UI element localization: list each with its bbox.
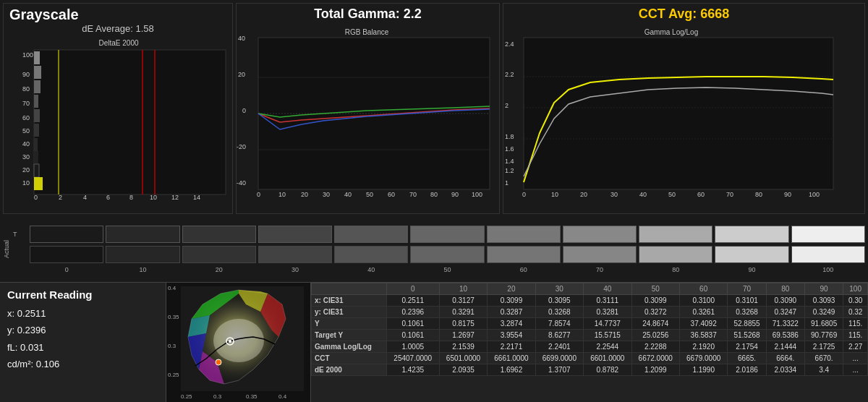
svg-text:100: 100: [809, 191, 820, 198]
svg-text:0.3: 0.3: [213, 393, 222, 400]
svg-rect-27: [34, 124, 39, 137]
svg-text:40: 40: [238, 35, 245, 42]
gamma-chart-svg: RGB Balance 40 20 0 -20 -40 0 10 20 30 4…: [237, 25, 497, 204]
cct-title: CCT Avg: 6668: [506, 7, 861, 22]
svg-text:8: 8: [129, 194, 133, 201]
svg-text:0: 0: [34, 194, 38, 201]
svg-point-86: [213, 319, 264, 362]
cie-diagram-panel: 0.25 0.3 0.35 0.4 0.4 0.35 0.3 0.25: [166, 283, 311, 402]
grayscale-chart-svg: DeltaE 2000 100 90 80 70 60 50 40 30 20 …: [7, 37, 231, 207]
svg-text:12: 12: [171, 194, 179, 201]
col-header-80: 80: [766, 283, 804, 295]
grayscale-chart-label: DeltaE 2000: [98, 39, 138, 47]
svg-rect-30: [34, 164, 39, 177]
bottom-section: Current Reading x: 0.2511 y: 0.2396 fL: …: [0, 282, 868, 402]
svg-text:1.4: 1.4: [505, 158, 514, 165]
svg-text:60: 60: [697, 191, 705, 198]
svg-text:0.25: 0.25: [168, 372, 179, 378]
svg-rect-22: [34, 51, 40, 64]
svg-text:RGB Balance: RGB Balance: [345, 28, 389, 36]
svg-rect-54: [524, 38, 833, 189]
cdm2-value: cd/m²: 0.106: [7, 356, 158, 372]
svg-rect-29: [34, 151, 38, 164]
svg-text:50: 50: [366, 191, 373, 198]
svg-text:2.4: 2.4: [505, 40, 514, 48]
cie-diagram-svg: 0.25 0.3 0.35 0.4 0.4 0.35 0.3 0.25: [166, 283, 311, 402]
svg-text:90: 90: [22, 71, 30, 78]
svg-text:70: 70: [22, 100, 30, 107]
svg-rect-23: [34, 66, 41, 79]
grayscale-panel: Grayscale dE Average: 1.58 DeltaE 2000 1…: [3, 3, 233, 214]
col-header-40: 40: [584, 283, 631, 295]
svg-text:60: 60: [22, 114, 30, 121]
svg-rect-28: [34, 138, 38, 151]
swatch-labels-row: 0 10 20 30 40 50 60 70 80 90 100: [13, 266, 865, 273]
target-swatches-row: T: [13, 226, 865, 243]
table-row-cct: CCT 25407.0000 6501.0000 6661.0000 6699.…: [312, 353, 868, 364]
svg-text:80: 80: [22, 85, 30, 93]
svg-rect-25: [34, 95, 38, 108]
svg-text:20: 20: [580, 191, 587, 198]
svg-text:40: 40: [344, 191, 352, 198]
reading-values: x: 0.2511 y: 0.2396 fL: 0.031 cd/m²: 0.1…: [7, 305, 158, 373]
table-row-de2000: dE 2000 1.4235 2.0935 1.6962 1.3707 0.87…: [312, 364, 868, 376]
svg-text:0: 0: [257, 191, 260, 198]
svg-text:40: 40: [22, 140, 30, 147]
svg-text:30: 30: [22, 153, 30, 161]
x-value: x: 0.2511: [7, 305, 158, 322]
col-header-20: 20: [488, 283, 535, 295]
svg-point-89: [216, 359, 221, 365]
svg-text:2: 2: [59, 194, 62, 201]
col-header-0: 0: [386, 283, 439, 295]
svg-text:Gamma Log/Log: Gamma Log/Log: [644, 28, 699, 36]
svg-text:30: 30: [610, 191, 618, 198]
current-reading-label: Current Reading: [7, 288, 158, 301]
svg-text:10: 10: [278, 191, 286, 198]
svg-text:100: 100: [472, 191, 482, 198]
svg-rect-26: [34, 109, 40, 122]
svg-rect-31: [34, 177, 43, 190]
svg-text:0.4: 0.4: [168, 285, 176, 291]
svg-text:50: 50: [22, 127, 30, 134]
svg-text:70: 70: [726, 191, 733, 198]
svg-text:60: 60: [388, 191, 395, 198]
table-row-Y: Y 0.1061 0.8175 3.2874 7.8574 14.7737 24…: [312, 318, 868, 330]
col-header-30: 30: [535, 283, 583, 295]
col-header-90: 90: [804, 283, 843, 295]
svg-text:20: 20: [301, 191, 308, 198]
swatches-section: Actual T: [0, 217, 868, 282]
svg-rect-24: [34, 80, 41, 93]
table-header-row: 0 10 20 30 40 50 60 70 80 90 100: [312, 283, 868, 295]
svg-rect-10: [34, 50, 226, 194]
svg-text:1.8: 1.8: [505, 133, 514, 140]
measurement-table: 0 10 20 30 40 50 60 70 80 90 100: [311, 283, 868, 376]
svg-text:20: 20: [22, 166, 30, 174]
table-row-xcie: x: CIE31 0.2511 0.3127 0.3099 0.3095 0.3…: [312, 295, 868, 307]
current-reading-panel: Current Reading x: 0.2511 y: 0.2396 fL: …: [0, 283, 166, 402]
svg-text:6: 6: [106, 194, 110, 201]
svg-text:90: 90: [451, 191, 459, 198]
svg-text:40: 40: [639, 191, 647, 198]
col-header-70: 70: [728, 283, 766, 295]
svg-text:14: 14: [193, 194, 200, 201]
svg-text:1.6: 1.6: [505, 145, 514, 153]
actual-swatches-row: [13, 246, 865, 263]
grayscale-title: Grayscale: [9, 7, 226, 23]
svg-text:30: 30: [323, 191, 330, 198]
svg-text:1.2: 1.2: [505, 167, 514, 174]
data-table-panel: 0 10 20 30 40 50 60 70 80 90 100: [311, 283, 868, 402]
svg-text:0.3: 0.3: [168, 343, 176, 349]
cct-chart-svg: Gamma Log/Log 2.4 2.2 2 1.8 1.6 1.4 1.2 …: [503, 25, 840, 204]
svg-text:-40: -40: [237, 179, 246, 187]
swatch-rows: T: [13, 226, 865, 273]
svg-text:10: 10: [22, 179, 30, 187]
svg-text:50: 50: [668, 191, 676, 198]
de-avg: dE Average: 1.58: [9, 23, 226, 34]
svg-text:0.35: 0.35: [246, 393, 258, 400]
svg-text:70: 70: [409, 191, 417, 198]
svg-text:20: 20: [238, 71, 245, 78]
gamma-header: Total Gamma: 2.2: [237, 4, 499, 25]
svg-text:10: 10: [150, 194, 157, 201]
gamma-panel: Total Gamma: 2.2 RGB Balance 40 20 0 -20…: [236, 3, 500, 214]
svg-text:1: 1: [505, 179, 509, 187]
